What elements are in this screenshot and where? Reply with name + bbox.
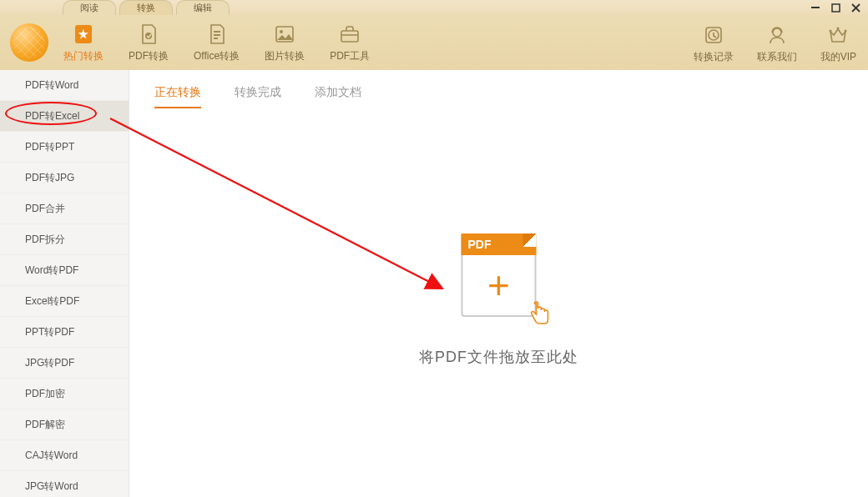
dropzone-file-icon: PDF + [462, 233, 537, 317]
toolbar-contact[interactable]: 联系我们 [757, 23, 797, 64]
titlebar: 阅读 转换 编辑 [0, 0, 868, 15]
svg-point-17 [830, 30, 832, 33]
subtab-completed[interactable]: 转换完成 [235, 85, 281, 108]
mode-tab-edit[interactable]: 编辑 [176, 0, 230, 15]
toolbar-left: 热门转换 PDF转换 Office转换 图片转换 PDF工具 [63, 23, 370, 63]
toolbar-label: PDF工具 [330, 49, 370, 63]
toolbar-history[interactable]: 转换记录 [694, 23, 734, 64]
toolbar-image-convert[interactable]: 图片转换 [265, 23, 305, 63]
sidebar-item-pdf-to-excel[interactable]: PDF转Excel [0, 101, 129, 132]
toolbar-label: 我的VIP [820, 50, 856, 64]
svg-point-19 [845, 30, 847, 33]
toolbar-right: 转换记录 联系我们 我的VIP [694, 23, 856, 64]
minimize-button[interactable] [810, 2, 821, 13]
sidebar-item-pdf-to-ppt[interactable]: PDF转PPT [0, 132, 129, 163]
sidebar-item-jpg-to-word[interactable]: JPG转Word [0, 471, 129, 497]
support-icon [765, 23, 789, 47]
subtab-add-document[interactable]: 添加文档 [315, 85, 361, 108]
toolbar-hot-convert[interactable]: 热门转换 [63, 23, 103, 63]
sidebar-item-pdf-split[interactable]: PDF拆分 [0, 224, 129, 255]
history-icon [702, 23, 725, 47]
close-button[interactable] [850, 2, 861, 13]
pointer-hand-icon [525, 300, 553, 329]
toolbar-label: 联系我们 [757, 50, 797, 64]
sidebar-item-word-to-pdf[interactable]: Word转PDF [0, 255, 129, 286]
toolbar-office-convert[interactable]: Office转换 [194, 23, 240, 63]
image-icon [273, 23, 296, 46]
subtabs: 正在转换 转换完成 添加文档 [129, 70, 868, 108]
svg-rect-12 [341, 31, 358, 42]
hot-icon [72, 23, 95, 46]
svg-point-11 [280, 30, 283, 33]
sidebar-item-pdf-encrypt[interactable]: PDF加密 [0, 379, 129, 409]
sidebar-item-pdf-to-word[interactable]: PDF转Word [0, 70, 129, 101]
sidebar: PDF转Word PDF转Excel PDF转PPT PDF转JPG PDF合并… [0, 70, 129, 497]
sidebar-item-ppt-to-pdf[interactable]: PPT转PDF [0, 317, 129, 348]
window-controls [810, 2, 861, 13]
svg-point-18 [837, 28, 840, 30]
sidebar-item-caj-to-word[interactable]: CAJ转Word [0, 440, 129, 471]
svg-rect-1 [832, 4, 840, 12]
subtab-converting[interactable]: 正在转换 [154, 85, 201, 108]
dropzone[interactable]: PDF + 将PDF文件拖放至此处 [419, 233, 578, 367]
svg-rect-8 [214, 34, 220, 36]
sidebar-item-pdf-decrypt[interactable]: PDF解密 [0, 409, 129, 440]
page-fold-icon [523, 233, 537, 247]
toolbar-label: PDF转换 [129, 49, 169, 63]
sidebar-item-excel-to-pdf[interactable]: Excel转PDF [0, 286, 129, 317]
toolbar-pdf-tools[interactable]: PDF工具 [330, 23, 370, 63]
toolbar-label: 图片转换 [265, 49, 305, 63]
mode-tab-read[interactable]: 阅读 [63, 0, 116, 15]
mode-tab-convert[interactable]: 转换 [119, 0, 173, 15]
sidebar-item-pdf-merge[interactable]: PDF合并 [0, 193, 129, 224]
svg-point-16 [773, 28, 781, 37]
toolbox-icon [338, 23, 361, 46]
svg-rect-9 [214, 38, 218, 39]
toolbar: 热门转换 PDF转换 Office转换 图片转换 PDF工具 转换记录 联系我们 [0, 15, 868, 70]
sidebar-item-pdf-to-jpg[interactable]: PDF转JPG [0, 163, 129, 193]
office-icon [205, 23, 229, 46]
toolbar-label: 热门转换 [63, 49, 103, 63]
mode-tabs: 阅读 转换 编辑 [63, 0, 230, 15]
svg-rect-7 [214, 31, 220, 33]
toolbar-label: Office转换 [194, 49, 240, 63]
toolbar-pdf-convert[interactable]: PDF转换 [129, 23, 169, 63]
pdf-icon [137, 23, 160, 46]
main-panel: 正在转换 转换完成 添加文档 PDF + 将PDF文件拖放至此处 [129, 70, 868, 497]
vip-icon [826, 23, 850, 47]
toolbar-label: 转换记录 [694, 50, 734, 64]
app-logo [10, 23, 48, 62]
maximize-button[interactable] [830, 2, 841, 13]
toolbar-vip[interactable]: 我的VIP [820, 23, 856, 64]
body: PDF转Word PDF转Excel PDF转PPT PDF转JPG PDF合并… [0, 70, 868, 497]
sidebar-item-jpg-to-pdf[interactable]: JPG转PDF [0, 348, 129, 379]
dropzone-text: 将PDF文件拖放至此处 [419, 347, 578, 367]
